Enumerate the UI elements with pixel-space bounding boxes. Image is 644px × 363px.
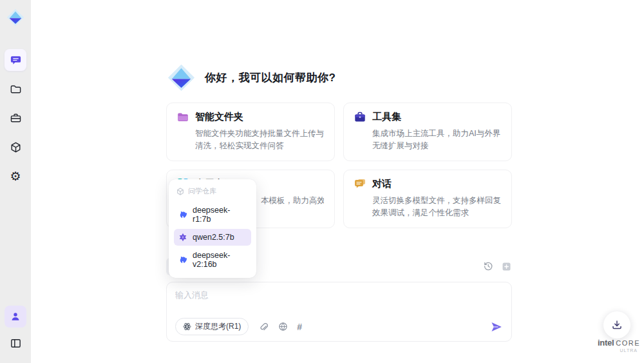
- model-option-label: qwen2.5:7b: [193, 233, 234, 242]
- card-title: 工具集: [372, 111, 401, 123]
- model-option-label: deepseek-r1:7b: [193, 206, 247, 224]
- sidebar-item-settings[interactable]: ⚙: [5, 165, 26, 187]
- chat-yellow-icon: [354, 178, 366, 190]
- assistant-logo: [166, 63, 196, 93]
- history-button[interactable]: [482, 260, 494, 272]
- model-option-label: deepseek-v2:16b: [193, 251, 247, 269]
- sidebar-item-account[interactable]: [5, 306, 26, 328]
- gear-icon: ⚙: [10, 170, 21, 182]
- attach-button[interactable]: [257, 321, 269, 333]
- intel-tier-text: ultra: [596, 348, 641, 353]
- sidebar-item-apps[interactable]: [5, 136, 26, 158]
- intel-product-text: core: [616, 339, 640, 347]
- cube-icon: [10, 141, 22, 153]
- card-title: 对话: [372, 178, 392, 190]
- card-dialogue[interactable]: 对话 灵活切换多模型文件，支持多样回复效果调试，满足个性化需求: [343, 170, 512, 228]
- card-description: 灵活切换多模型文件，支持多样回复效果调试，满足个性化需求: [372, 195, 501, 220]
- model-option-qwen[interactable]: qwen2.5:7b: [174, 229, 251, 246]
- model-option-deepseek-v2[interactable]: deepseek-v2:16b: [174, 247, 251, 273]
- intel-brand-text: intel: [598, 338, 614, 348]
- model-group-label: 问学仓库: [188, 186, 216, 196]
- sidebar-item-chat[interactable]: [5, 49, 26, 71]
- briefcase-indigo-icon: [354, 112, 366, 123]
- prompt-command-button[interactable]: #: [297, 322, 302, 331]
- send-icon[interactable]: [490, 320, 503, 333]
- model-dropdown-group: 问学仓库: [174, 184, 251, 201]
- user-icon: [10, 311, 21, 322]
- download-icon: [611, 319, 623, 331]
- deepseek-icon: [178, 210, 187, 219]
- history-icon: [483, 261, 493, 271]
- qwen-icon: [178, 233, 187, 242]
- atom-icon: [183, 322, 191, 331]
- greeting-title: 你好，我可以如何帮助你?: [205, 70, 336, 85]
- chat-icon: [10, 54, 22, 66]
- chat-actions: [482, 260, 512, 272]
- card-title: 智能文件夹: [195, 111, 243, 123]
- sidebar-bottom: [5, 306, 26, 354]
- deep-think-label: 深度思考(R1): [195, 321, 241, 332]
- download-button[interactable]: [603, 311, 630, 338]
- card-description: 集成市场上主流工具，助力AI与外界无缝扩展与对接: [372, 128, 501, 153]
- panel-icon: [10, 337, 22, 349]
- sidebar-item-toolkit[interactable]: [5, 107, 26, 129]
- deep-think-toggle[interactable]: 深度思考(R1): [175, 318, 249, 335]
- sidebar-nav: ⚙: [5, 49, 26, 187]
- app-logo: [6, 8, 25, 27]
- sidebar-item-folders[interactable]: [5, 78, 26, 100]
- folder-purple-icon: [177, 112, 189, 123]
- sidebar-collapse-toggle[interactable]: [5, 332, 26, 354]
- deepseek-icon: [178, 255, 187, 264]
- sidebar: ⚙: [0, 0, 31, 363]
- globe-icon: [278, 322, 288, 331]
- new-chat-button[interactable]: [500, 260, 512, 272]
- translate-button[interactable]: [277, 321, 289, 333]
- new-chat-icon: [502, 262, 511, 271]
- composer-toolbar: 深度思考(R1) #: [175, 318, 503, 335]
- model-option-deepseek-r1[interactable]: deepseek-r1:7b: [174, 202, 251, 228]
- card-smart-folders[interactable]: 智能文件夹 智能文件夹功能支持批量文件上传与清洗，轻松实现文件问答: [166, 103, 335, 161]
- folder-icon: [10, 83, 22, 95]
- message-input[interactable]: [175, 289, 503, 314]
- briefcase-icon: [10, 112, 22, 124]
- card-description: 智能文件夹功能支持批量文件上传与清洗，轻松实现文件问答: [195, 128, 324, 153]
- paperclip-icon: [258, 322, 268, 331]
- greeting: 你好，我可以如何帮助你?: [166, 63, 336, 93]
- card-toolkit[interactable]: 工具集 集成市场上主流工具，助力AI与外界无缝扩展与对接: [343, 103, 512, 161]
- composer: 深度思考(R1) #: [166, 282, 512, 342]
- intel-core-badge: intel core ultra: [596, 338, 641, 353]
- model-dropdown: 问学仓库 deepseek-r1:7b qwen2.5:7b deepseek-…: [169, 179, 256, 278]
- repository-icon: [176, 188, 184, 195]
